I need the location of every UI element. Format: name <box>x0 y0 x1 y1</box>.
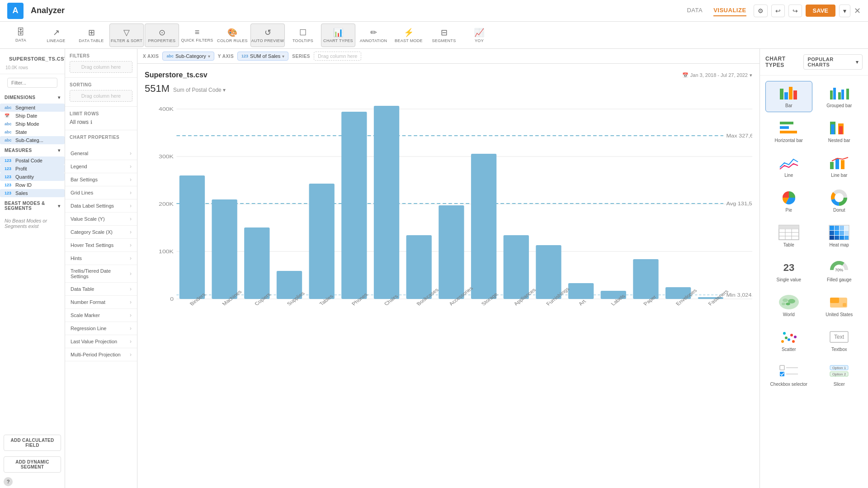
toolbar-chart-types[interactable]: 📊 CHART TYPES <box>321 24 355 47</box>
prop-trellis[interactable]: Trellis/Tiered Date Settings › <box>65 265 137 283</box>
chart-type-line[interactable]: Line <box>765 151 812 182</box>
prop-data-table[interactable]: Data Table › <box>65 283 137 296</box>
measure-sales[interactable]: 123 Sales <box>0 189 65 197</box>
dim-badge-state: abc <box>5 130 14 134</box>
chart-type-us[interactable]: United States <box>816 290 863 321</box>
prop-legend[interactable]: Legend › <box>65 160 137 173</box>
prop-regression[interactable]: Regression Line › <box>65 322 137 335</box>
chart-type-textbox[interactable]: Text Textbox <box>816 325 863 356</box>
limit-rows-label: LIMIT ROWS <box>70 111 132 116</box>
chart-type-single-value[interactable]: 23 Single value <box>765 255 812 286</box>
close-button[interactable]: ✕ <box>854 6 861 16</box>
prop-data-label[interactable]: Data Label Settings › <box>65 199 137 213</box>
popular-charts-dropdown[interactable]: Popular Charts ▾ <box>803 54 863 70</box>
prop-bar-settings[interactable]: Bar Settings › <box>65 173 137 186</box>
prop-data-label-chevron: › <box>130 203 132 209</box>
data-section-header[interactable]: Superstore_ts.csv <box>5 52 60 65</box>
filter-input[interactable] <box>7 78 57 88</box>
chart-type-checkbox[interactable]: Checkbox selector <box>765 360 812 391</box>
dim-item-ship-mode[interactable]: abc Ship Mode <box>0 120 65 128</box>
prop-general[interactable]: General › <box>65 147 137 160</box>
sorting-drop-zone[interactable]: Drag column here <box>70 90 132 102</box>
chart-type-grouped-bar[interactable]: Grouped bar <box>816 81 863 112</box>
tab-data[interactable]: DATA <box>687 5 703 16</box>
svg-point-112 <box>792 340 795 343</box>
beast-modes-header[interactable]: BEAST MODES & SEGMENTS ▾ <box>0 197 65 214</box>
svg-rect-60 <box>780 126 789 129</box>
prop-data-table-chevron: › <box>130 286 132 292</box>
svg-rect-53 <box>793 90 797 99</box>
toolbar-annotation[interactable]: ✏ ANNOTATION <box>356 24 391 47</box>
measure-row-id[interactable]: 123 Row ID <box>0 181 65 189</box>
heatmap-label: Heat map <box>830 242 849 247</box>
prop-hints[interactable]: Hints › <box>65 252 137 265</box>
tab-visualize[interactable]: VISUALIZE <box>713 5 746 16</box>
toolbar-properties[interactable]: ⊙ PROPERTIES <box>145 24 179 47</box>
save-dropdown-button[interactable]: ▾ <box>839 5 850 17</box>
limit-rows-value: All rows <box>70 119 89 125</box>
toolbar-color-rules[interactable]: 🎨 COLOR RULES <box>215 24 250 47</box>
undo-button[interactable]: ↩ <box>771 5 785 17</box>
measure-quantity[interactable]: 123 Quantity <box>0 173 65 181</box>
measures-header[interactable]: MEASURES ▾ <box>0 144 65 156</box>
toolbar-auto-preview[interactable]: ↺ AUTO PREVIEW <box>250 24 285 47</box>
toolbar-yoy[interactable]: 📈 YOY <box>462 24 496 47</box>
x-axis-pill[interactable]: abc Sub-Category ▾ <box>162 52 214 61</box>
chart-type-gauge[interactable]: 70% Filled gauge <box>816 255 863 286</box>
toolbar-data[interactable]: 🗄 DATA <box>4 24 38 47</box>
slicer-label: Slicer <box>834 382 845 387</box>
prop-scale-marker[interactable]: Scale Marker › <box>65 309 137 322</box>
toolbar-lineage[interactable]: ↗ LINEAGE <box>39 24 73 47</box>
toolbar-segments[interactable]: ⊟ SEGMENTS <box>427 24 461 47</box>
chart-type-hbar[interactable]: Horizontal bar <box>765 116 812 147</box>
chart-type-bar[interactable]: Bar <box>765 81 812 112</box>
save-button[interactable]: SAVE <box>806 5 835 17</box>
svg-text:400K: 400K <box>159 106 174 112</box>
toolbar-data-table[interactable]: ⊞ DATA TABLE <box>74 24 108 47</box>
prop-number-format[interactable]: Number Format › <box>65 296 137 309</box>
prop-grid-lines[interactable]: Grid Lines › <box>65 186 137 199</box>
dim-item-segment[interactable]: abc Segment <box>0 104 65 112</box>
filters-drop-zone[interactable]: Drag column here <box>70 61 132 73</box>
chart-type-donut[interactable]: Donut <box>816 185 863 217</box>
prop-value-scale[interactable]: Value Scale (Y) › <box>65 213 137 226</box>
chart-total-label[interactable]: Sum of Postal Code ▾ <box>173 87 226 93</box>
settings-icon-button[interactable]: ⚙ <box>754 5 768 17</box>
chart-type-nested-bar[interactable]: Nested bar <box>816 116 863 147</box>
prop-category-scale[interactable]: Category Scale (X) › <box>65 226 137 239</box>
chart-type-pie[interactable]: Pie <box>765 185 812 217</box>
help-button[interactable]: ? <box>4 477 13 486</box>
y-axis-pill[interactable]: 123 SUM of Sales ▾ <box>237 52 288 61</box>
add-calculated-field-button[interactable]: ADD CALCULATED FIELD <box>4 435 61 451</box>
toolbar-filter-sort[interactable]: ▽ FILTER & SORT <box>109 24 144 47</box>
dimensions-header[interactable]: DIMENSIONS ▾ <box>0 91 65 104</box>
dim-item-sub-category[interactable]: abc Sub-Categ... <box>0 136 65 144</box>
series-drop-zone[interactable]: Drag column here <box>314 52 361 61</box>
date-range[interactable]: 📅 Jan 3, 2018 - Jul 27, 2022 ▾ <box>682 72 752 78</box>
measure-postal-code[interactable]: 123 Postal Code <box>0 156 65 165</box>
prop-trellis-chevron: › <box>130 270 132 277</box>
properties-label: PROPERTIES <box>148 38 176 43</box>
top-actions: ⚙ ↩ ↪ SAVE ▾ ✕ <box>754 5 861 17</box>
date-range-chevron-icon: ▾ <box>750 72 752 78</box>
dim-item-state[interactable]: abc State <box>0 128 65 136</box>
measure-profit[interactable]: 123 Profit <box>0 165 65 173</box>
lineage-icon: ↗ <box>53 28 60 38</box>
center-panel: X AXIS abc Sub-Category ▾ Y AXIS 123 SUM… <box>137 49 760 488</box>
prop-hover-text[interactable]: Hover Text Settings › <box>65 239 137 252</box>
add-dynamic-segment-button[interactable]: ADD DYNAMIC SEGMENT <box>4 456 61 473</box>
toolbar-tooltips[interactable]: ☐ TOOLTIPS <box>286 24 320 47</box>
prop-multi-period[interactable]: Multi-Period Projection › <box>65 348 137 361</box>
chart-type-heatmap[interactable]: Heat map <box>816 220 863 251</box>
toolbar-quick-filters[interactable]: ≡ QUICK FILTERS <box>180 24 214 47</box>
bar-chart-icon <box>778 85 800 101</box>
chart-type-line-bar[interactable]: Line bar <box>816 151 863 182</box>
chart-type-scatter[interactable]: Scatter <box>765 325 812 356</box>
dim-item-ship-date[interactable]: 📅 Ship Date <box>0 112 65 120</box>
chart-type-world[interactable]: World <box>765 290 812 321</box>
toolbar-beast-mode[interactable]: ⚡ BEAST MODE <box>392 24 426 47</box>
chart-type-slicer[interactable]: Option 1 Option 2 Slicer <box>816 360 863 391</box>
chart-type-table[interactable]: Table <box>765 220 812 251</box>
redo-button[interactable]: ↪ <box>788 5 802 17</box>
prop-last-value[interactable]: Last Value Projection › <box>65 335 137 348</box>
